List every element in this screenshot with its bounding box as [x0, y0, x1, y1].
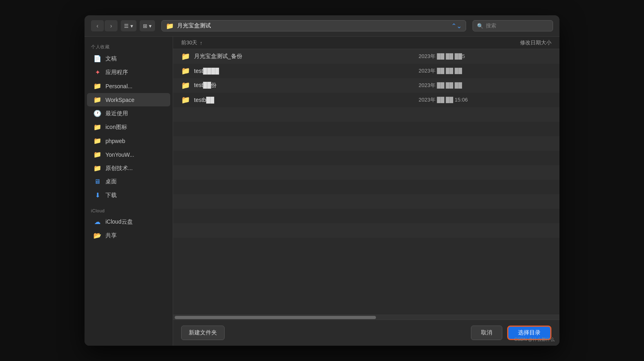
- file-name: testb██: [194, 97, 214, 103]
- location-bar[interactable]: 📁 月光宝盒测试 ⌃⌄: [161, 20, 466, 31]
- new-folder-button[interactable]: 新建文件夹: [181, 326, 225, 340]
- section-header-row: 前30天 ↑ 修改日期 大小: [173, 37, 559, 49]
- file-date: 2023年 ██ ██ ██: [419, 67, 519, 75]
- folder-icon: 📁: [181, 52, 190, 61]
- file-name: 月光宝盒测试_备份: [194, 53, 242, 60]
- sidebar-item-applications[interactable]: ✦ 应用程序: [87, 66, 170, 79]
- back-icon: ‹: [97, 23, 99, 29]
- download-icon: ⬇: [93, 191, 101, 199]
- sidebar-item-icon-icons[interactable]: 📁 icon图标: [87, 120, 170, 134]
- sidebar-item-label: Personal...: [105, 83, 132, 89]
- clock-icon: 🕐: [93, 110, 101, 117]
- list-view-button[interactable]: ☰ ▾: [121, 20, 136, 31]
- back-button[interactable]: ‹: [91, 20, 104, 31]
- file-name-col: 📁 test██份: [181, 81, 419, 90]
- sidebar-item-phpweb[interactable]: 📁 phpweb: [87, 134, 170, 147]
- folder-icon: 📁: [181, 81, 190, 90]
- size-col-header: 大小: [541, 39, 551, 46]
- folder-icon: 📁: [93, 137, 101, 145]
- dialog-footer: 新建文件夹 取消 选择目录: [173, 320, 559, 346]
- cloud-icon: ☁: [93, 218, 101, 226]
- list-icon: ☰: [124, 23, 129, 29]
- sidebar-item-original-tech[interactable]: 📁 原创技术...: [87, 162, 170, 175]
- sidebar-item-label: phpweb: [105, 138, 125, 144]
- date-col-header: 修改日期: [520, 39, 541, 46]
- scrollbar-thumb[interactable]: [175, 316, 376, 319]
- favorites-label: 个人收藏: [85, 41, 173, 52]
- dialog-content: 个人收藏 📄 文稿 ✦ 应用程序 📁 Personal... 📁 WorkSpa…: [85, 37, 559, 346]
- cancel-button[interactable]: 取消: [471, 326, 502, 340]
- section-name-col: 前30天 ↑: [181, 39, 520, 46]
- file-date: 2023年 ██ ██ ██: [419, 82, 519, 89]
- table-row[interactable]: 📁 test████ 2023年 ██ ██ ██: [173, 64, 559, 78]
- dialog-overlay: ‹ › ☰ ▾ ⊞ ▾ 📁 月光宝盒测试 ⌃⌄ 🔍 搜索: [0, 0, 644, 361]
- applications-icon: ✦: [93, 68, 101, 76]
- horizontal-scrollbar[interactable]: [173, 315, 559, 320]
- table-row[interactable]: 📁 test██份 2023年 ██ ██ ██: [173, 78, 559, 93]
- sidebar-item-label: 下载: [105, 192, 117, 199]
- sidebar-item-label: iCloud云盘: [105, 218, 133, 226]
- file-picker-dialog: ‹ › ☰ ▾ ⊞ ▾ 📁 月光宝盒测试 ⌃⌄ 🔍 搜索: [85, 15, 559, 346]
- sidebar-item-documents[interactable]: 📄 文稿: [87, 52, 170, 65]
- forward-icon: ›: [110, 23, 112, 29]
- desktop-icon: 🖥: [93, 178, 101, 185]
- table-row-empty: [173, 165, 559, 180]
- folder-icon: 📁: [93, 96, 101, 104]
- table-row-empty: [173, 209, 559, 223]
- search-placeholder: 搜索: [486, 22, 496, 29]
- sidebar-item-label: WorkSpace: [105, 97, 134, 103]
- forward-button[interactable]: ›: [105, 20, 118, 31]
- sort-arrow[interactable]: ↑: [200, 40, 202, 46]
- sidebar-item-downloads[interactable]: ⬇ 下载: [87, 189, 170, 202]
- shared-icon: 📂: [93, 232, 101, 239]
- sidebar-item-workspace[interactable]: 📁 WorkSpace: [87, 93, 170, 106]
- folder-icon: 📁: [93, 123, 101, 131]
- sidebar-item-shared[interactable]: 📂 共享: [87, 229, 170, 242]
- table-row-empty: [173, 151, 559, 165]
- table-row[interactable]: 📁 月光宝盒测试_备份 2023年 ██ ██ ██5: [173, 49, 559, 64]
- table-row-empty: [173, 180, 559, 194]
- sidebar-item-label: 最近使用: [105, 110, 128, 117]
- file-name-col: 📁 月光宝盒测试_备份: [181, 52, 419, 61]
- location-dropdown-button[interactable]: ⌃⌄: [451, 22, 462, 30]
- sidebar-item-yonyouw[interactable]: 📁 YonYouW...: [87, 148, 170, 161]
- file-area: 前30天 ↑ 修改日期 大小 📁 月光宝盒测试_备份 2023年 ██ ██ █…: [173, 37, 559, 346]
- sidebar-item-label: 桌面: [105, 178, 117, 185]
- file-name: test████: [194, 68, 219, 74]
- list-view-dropdown-arrow: ▾: [130, 23, 133, 29]
- nav-buttons: ‹ ›: [91, 20, 118, 31]
- sidebar: 个人收藏 📄 文稿 ✦ 应用程序 📁 Personal... 📁 WorkSpa…: [85, 37, 173, 346]
- grid-icon: ⊞: [143, 23, 147, 29]
- search-bar: 🔍 搜索: [473, 20, 553, 31]
- section-label: 前30天: [181, 39, 197, 46]
- table-row[interactable]: 📁 testb██ 2023年 ██ ██ 15:06: [173, 93, 559, 107]
- sidebar-item-label: 文稿: [105, 55, 117, 62]
- folder-icon: 📁: [93, 151, 101, 158]
- folder-icon: 📁: [166, 22, 174, 30]
- sidebar-item-label: 共享: [105, 232, 117, 239]
- sidebar-item-label: YonYouW...: [105, 151, 134, 158]
- table-row-empty: [173, 122, 559, 136]
- file-list: 📁 月光宝盒测试_备份 2023年 ██ ██ ██5 📁 test████ 2…: [173, 49, 559, 315]
- folder-icon: 📁: [181, 95, 190, 104]
- file-date: 2023年 ██ ██ 15:06: [419, 96, 519, 104]
- sidebar-item-personal[interactable]: 📁 Personal...: [87, 79, 170, 93]
- icloud-label: iCloud: [85, 206, 173, 215]
- sidebar-item-desktop[interactable]: 🖥 桌面: [87, 175, 170, 188]
- file-date: 2023年 ██ ██ ██5: [419, 53, 519, 60]
- table-row-empty: [173, 194, 559, 209]
- table-row-empty: [173, 107, 559, 122]
- sidebar-item-label: 原创技术...: [105, 165, 133, 172]
- table-row-empty: [173, 223, 559, 238]
- sidebar-item-label: icon图标: [105, 124, 127, 131]
- toolbar: ‹ › ☰ ▾ ⊞ ▾ 📁 月光宝盒测试 ⌃⌄ 🔍 搜索: [85, 15, 559, 37]
- sidebar-item-recent[interactable]: 🕐 最近使用: [87, 107, 170, 120]
- grid-view-button[interactable]: ⊞ ▾: [140, 20, 155, 31]
- current-location: 月光宝盒测试: [177, 22, 211, 29]
- table-row-empty: [173, 136, 559, 151]
- folder-icon: 📁: [181, 66, 190, 75]
- folder-icon: 📁: [93, 82, 101, 90]
- search-icon: 🔍: [477, 23, 483, 29]
- sidebar-item-icloud-drive[interactable]: ☁ iCloud云盘: [87, 215, 170, 228]
- file-name-col: 📁 testb██: [181, 95, 419, 104]
